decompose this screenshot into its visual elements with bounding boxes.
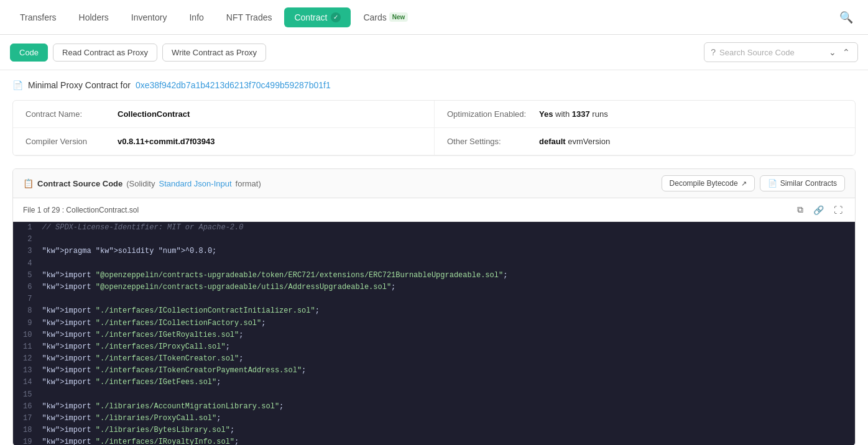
line-code: "kw">import "./libraries/BytesLibrary.so… bbox=[39, 424, 855, 436]
line-number: 1 bbox=[13, 222, 39, 234]
table-row: 3 "kw">pragma "kw">solidity "num">^0.8.0… bbox=[13, 245, 855, 257]
table-row: 14 "kw">import "./interfaces/IGetFees.so… bbox=[13, 377, 855, 388]
contract-info-grid: Contract Name: CollectionContract Optimi… bbox=[12, 100, 856, 156]
table-row: 1 // SPDX-License-Identifier: MIT or Apa… bbox=[13, 222, 855, 234]
expand-code-button[interactable]: ⛶ bbox=[831, 203, 845, 216]
line-number: 5 bbox=[13, 270, 39, 282]
nav-tab-nft-trades[interactable]: NFT Trades bbox=[216, 7, 282, 27]
table-row: 12 "kw">import "./interfaces/ITokenCreat… bbox=[13, 353, 855, 365]
settings-value: default evmVersion bbox=[539, 137, 610, 146]
settings-label: Other Settings: bbox=[447, 137, 534, 146]
line-number: 2 bbox=[13, 234, 39, 245]
nav-tab-transfers-label: Transfers bbox=[20, 12, 57, 22]
line-number: 10 bbox=[13, 329, 39, 341]
line-number: 19 bbox=[13, 436, 39, 445]
file-path-label: File 1 of 29 : CollectionContract.sol bbox=[23, 206, 139, 214]
code-wrapper[interactable]: 1 // SPDX-License-Identifier: MIT or Apa… bbox=[13, 222, 855, 445]
sub-tab-code[interactable]: Code bbox=[10, 44, 48, 62]
line-code: "kw">import "@openzeppelin/contracts-upg… bbox=[39, 282, 855, 293]
compiler-label: Compiler Version bbox=[25, 137, 113, 146]
sub-toolbar: Code Read Contract as Proxy Write Contra… bbox=[0, 35, 868, 70]
search-chevron-up[interactable]: ⌃ bbox=[841, 46, 851, 58]
line-number: 17 bbox=[13, 413, 39, 424]
contract-check-badge: ✓ bbox=[331, 12, 341, 22]
nav-tab-cards[interactable]: Cards New bbox=[353, 7, 418, 27]
external-link-icon: ↗ bbox=[741, 180, 747, 188]
line-code: "kw">import "./libraries/AccountMigratio… bbox=[39, 401, 855, 413]
global-search-button[interactable]: 🔍 bbox=[834, 6, 858, 29]
optimization-label: Optimization Enabled: bbox=[447, 109, 534, 119]
nav-tab-nft-trades-label: NFT Trades bbox=[226, 12, 272, 22]
proxy-address-link[interactable]: 0xe38f942db7a1b4213d6213f70c499b59287b01… bbox=[136, 80, 331, 90]
nav-tab-contract[interactable]: Contract ✓ bbox=[284, 7, 351, 27]
proxy-doc-icon: 📄 bbox=[12, 80, 23, 90]
line-code: "kw">import "./libraries/ProxyCall.sol"; bbox=[39, 413, 855, 424]
line-code: "kw">import "./interfaces/ICollectionCon… bbox=[39, 305, 855, 317]
table-row: 16 "kw">import "./libraries/AccountMigra… bbox=[13, 401, 855, 413]
search-source-wrapper: ? ⌄ ⌃ bbox=[704, 42, 858, 62]
main-content: 📄 Minimal Proxy Contract for 0xe38f942db… bbox=[0, 70, 868, 445]
settings-cell: Other Settings: default evmVersion bbox=[434, 128, 855, 155]
decompile-bytecode-button[interactable]: Decompile Bytecode ↗ bbox=[662, 175, 755, 191]
line-code: "kw">import "./interfaces/IGetFees.sol"; bbox=[39, 377, 855, 388]
line-code: "kw">import "./interfaces/IGetRoyalties.… bbox=[39, 329, 855, 341]
table-row: 18 "kw">import "./libraries/BytesLibrary… bbox=[13, 424, 855, 436]
cards-new-badge: New bbox=[389, 12, 409, 22]
table-row: 17 "kw">import "./libraries/ProxyCall.so… bbox=[13, 413, 855, 424]
contract-name-value: CollectionContract bbox=[118, 109, 190, 119]
source-title: 📋 Contract Source Code (Solidity Standar… bbox=[23, 178, 261, 188]
sub-tab-read-proxy[interactable]: Read Contract as Proxy bbox=[53, 44, 157, 62]
source-subtitle-open: (Solidity bbox=[126, 179, 155, 188]
line-code bbox=[39, 293, 855, 305]
line-code: "kw">pragma "kw">solidity "num">^0.8.0; bbox=[39, 245, 855, 257]
table-row: 5 "kw">import "@openzeppelin/contracts-u… bbox=[13, 270, 855, 282]
line-code bbox=[39, 258, 855, 270]
table-row: 8 "kw">import "./interfaces/ICollectionC… bbox=[13, 305, 855, 317]
copy-code-button[interactable]: ⧉ bbox=[795, 203, 806, 216]
sub-tab-read-proxy-label: Read Contract as Proxy bbox=[62, 48, 148, 57]
source-actions: Decompile Bytecode ↗ 📄 Similar Contracts bbox=[662, 175, 845, 191]
optimization-cell: Optimization Enabled: Yes with 1337 runs bbox=[434, 101, 855, 128]
compiler-cell: Compiler Version v0.8.11+commit.d7f03943 bbox=[13, 128, 434, 155]
source-doc-icon: 📋 bbox=[23, 178, 34, 188]
top-nav: Transfers Holders Inventory Info NFT Tra… bbox=[0, 0, 868, 35]
line-code: "kw">import "./interfaces/IRoyaltyInfo.s… bbox=[39, 436, 855, 445]
line-number: 15 bbox=[13, 389, 39, 401]
table-row: 7 bbox=[13, 293, 855, 305]
line-number: 7 bbox=[13, 293, 39, 305]
standard-json-link[interactable]: Standard Json-Input bbox=[159, 179, 232, 188]
nav-tab-info[interactable]: Info bbox=[179, 7, 213, 27]
similar-contracts-button[interactable]: 📄 Similar Contracts bbox=[760, 175, 845, 191]
similar-contracts-label: Similar Contracts bbox=[780, 179, 837, 188]
line-code bbox=[39, 389, 855, 401]
line-number: 11 bbox=[13, 341, 39, 353]
sub-tab-code-label: Code bbox=[19, 48, 39, 57]
nav-tab-holders-label: Holders bbox=[79, 12, 109, 22]
search-source-input[interactable] bbox=[719, 48, 824, 57]
nav-tab-inventory-label: Inventory bbox=[131, 12, 167, 22]
source-title-main: Contract Source Code bbox=[37, 179, 122, 188]
table-row: 2 bbox=[13, 234, 855, 245]
link-code-button[interactable]: 🔗 bbox=[811, 203, 826, 216]
source-section: 📋 Contract Source Code (Solidity Standar… bbox=[12, 168, 856, 445]
line-number: 13 bbox=[13, 365, 39, 377]
code-table: 1 // SPDX-License-Identifier: MIT or Apa… bbox=[13, 222, 855, 445]
search-help-icon[interactable]: ? bbox=[711, 47, 716, 57]
search-icon: 🔍 bbox=[839, 11, 853, 24]
sub-tab-write-proxy[interactable]: Write Contract as Proxy bbox=[162, 44, 266, 62]
nav-tab-holders[interactable]: Holders bbox=[69, 7, 119, 27]
table-row: 4 bbox=[13, 258, 855, 270]
nav-tab-cards-label: Cards bbox=[363, 12, 386, 22]
contract-name-label: Contract Name: bbox=[25, 109, 113, 119]
table-row: 6 "kw">import "@openzeppelin/contracts-u… bbox=[13, 282, 855, 293]
table-row: 10 "kw">import "./interfaces/IGetRoyalti… bbox=[13, 329, 855, 341]
nav-tab-transfers[interactable]: Transfers bbox=[10, 7, 67, 27]
nav-tabs: Transfers Holders Inventory Info NFT Tra… bbox=[10, 7, 418, 27]
line-code: // SPDX-License-Identifier: MIT or Apach… bbox=[39, 222, 855, 234]
nav-tab-inventory[interactable]: Inventory bbox=[121, 7, 177, 27]
search-chevron-down[interactable]: ⌄ bbox=[828, 46, 838, 58]
proxy-notice: 📄 Minimal Proxy Contract for 0xe38f942db… bbox=[12, 80, 856, 90]
decompile-bytecode-label: Decompile Bytecode bbox=[670, 179, 738, 188]
line-number: 12 bbox=[13, 353, 39, 365]
line-code: "kw">import "@openzeppelin/contracts-upg… bbox=[39, 270, 855, 282]
